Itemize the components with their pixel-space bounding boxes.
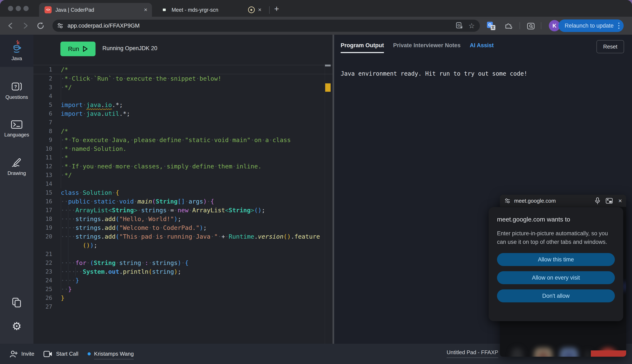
code-line[interactable]: 6import·java.util.*; — [34, 109, 332, 118]
participant[interactable]: Kristamps Wang — [88, 351, 134, 357]
play-icon — [82, 46, 88, 52]
relaunch-to-update-button[interactable]: Relaunch to update — [558, 20, 624, 32]
url-text[interactable]: app.coderpad.io/FFAXP9GM — [68, 22, 140, 29]
tab-recording-icon — [248, 6, 255, 13]
code-text: ·*/ — [61, 171, 332, 180]
allow-this-time-button[interactable]: Allow this time — [497, 253, 615, 266]
code-text: ·*·Click·`Run`·to·execute·the·snippet·be… — [61, 74, 332, 83]
translate-icon[interactable]: G — [456, 22, 463, 29]
svg-text:G: G — [458, 24, 460, 27]
line-number: 8 — [34, 127, 52, 136]
back-icon[interactable] — [6, 22, 15, 30]
dont-allow-button[interactable]: Don't allow — [497, 290, 615, 302]
pip-close-icon[interactable]: × — [618, 197, 622, 204]
code-line[interactable]: ()); — [34, 241, 332, 250]
code-area[interactable]: 1/*2·*·Click·`Run`·to·execute·the·snippe… — [34, 65, 332, 311]
pad-title[interactable]: Untitled Pad - FFAXP — [446, 349, 498, 358]
settings-gear-icon[interactable]: ⚙ — [0, 321, 34, 332]
line-number: 10 — [34, 144, 52, 153]
code-line[interactable]: 1/* — [34, 65, 332, 74]
pane-divider[interactable] — [332, 35, 334, 344]
allow-on-every-visit-button[interactable]: Allow on every visit — [497, 271, 615, 284]
line-number: 24 — [34, 276, 52, 285]
code-line[interactable]: 23······System.out.println(string); — [34, 267, 332, 276]
run-button[interactable]: Run — [60, 42, 96, 56]
code-line[interactable]: 21 — [34, 250, 332, 258]
warning-marker[interactable] — [325, 83, 331, 92]
code-line[interactable]: 12·*·If·you·need·more·classes,·simply·de… — [34, 162, 332, 171]
start-call-button[interactable]: Start Call — [44, 351, 78, 357]
browser-menu-icon[interactable] — [618, 22, 620, 29]
window-minimize-button[interactable] — [16, 6, 21, 11]
code-line[interactable]: 11·* — [34, 153, 332, 162]
tab-close-icon[interactable]: × — [258, 6, 262, 13]
code-line[interactable]: 22····for·(String·string·:·strings)·{ — [34, 258, 332, 267]
code-line[interactable]: 2·*·Click·`Run`·to·execute·the·snippet·b… — [34, 74, 332, 83]
code-text: ·* — [61, 153, 332, 162]
code-line[interactable]: 16··public·static·void·main(String[]·arg… — [34, 197, 332, 206]
tab-separator — [269, 6, 270, 14]
start-call-label: Start Call — [56, 351, 78, 357]
code-line[interactable]: 19····strings.add("Welcome·to·CoderPad."… — [34, 223, 332, 232]
side-panel-search-icon[interactable] — [527, 22, 535, 30]
runtime-status: Running OpenJDK 20 — [102, 45, 157, 52]
code-line[interactable]: 13·*/ — [34, 171, 332, 180]
site-settings-icon[interactable] — [504, 198, 510, 204]
bookmark-star-icon[interactable]: ☆ — [468, 22, 475, 30]
line-number: 20 — [34, 232, 52, 241]
sidebar-item-languages[interactable]: Languages — [0, 113, 34, 144]
line-number: 11 — [34, 153, 52, 162]
code-line[interactable]: 10·*·named·Solution. — [34, 144, 332, 153]
code-text: /* — [61, 65, 332, 74]
code-line[interactable]: 3·*/ — [34, 83, 332, 92]
new-tab-button[interactable]: + — [274, 4, 279, 13]
sidebar-item-drawing[interactable]: Drawing — [0, 151, 34, 183]
indent-guide — [61, 180, 61, 188]
tab-close-icon[interactable]: × — [144, 6, 147, 13]
code-line[interactable]: 27 — [34, 302, 332, 311]
window-close-button[interactable] — [8, 6, 13, 11]
tab-program-output[interactable]: Program Output — [341, 42, 384, 53]
code-line[interactable]: 8/* — [34, 127, 332, 136]
reload-icon[interactable] — [36, 22, 45, 30]
code-line[interactable]: 24····} — [34, 276, 332, 285]
code-line[interactable]: 20····strings.add("This·pad·is·running·J… — [34, 232, 332, 241]
code-text: ·*/ — [61, 83, 332, 92]
code-text: ····} — [61, 276, 332, 285]
code-line[interactable]: 15class·Solution·{ — [34, 188, 332, 197]
reset-button[interactable]: Reset — [596, 40, 624, 53]
invite-button[interactable]: Invite — [10, 350, 34, 358]
code-text: } — [61, 294, 332, 302]
site-settings-icon[interactable] — [57, 22, 63, 29]
code-line[interactable]: 7 — [34, 118, 332, 127]
tab-ai-assist[interactable]: AI Assist — [470, 42, 494, 52]
sidebar-copy-button[interactable] — [0, 297, 34, 309]
code-line[interactable]: 5import·java.io.*; — [34, 100, 332, 109]
address-bar[interactable]: app.coderpad.io/FFAXP9GM G ☆ — [52, 20, 480, 32]
code-line[interactable]: 17····ArrayList<String>·strings·=·new·Ar… — [34, 206, 332, 214]
code-line[interactable]: 26} — [34, 294, 332, 302]
tab-title: Java | CoderPad — [56, 7, 94, 13]
code-line[interactable]: 9·*·To·execute·Java,·please·define·"stat… — [34, 136, 332, 144]
translate-extension-icon[interactable]: G文 — [487, 22, 495, 30]
editor-scrollbar-thumb[interactable] — [325, 64, 331, 66]
code-line[interactable]: 25··} — [34, 285, 332, 294]
code-text: ··public·static·void·main(String[]·args)… — [61, 197, 332, 206]
sidebar-item-questions[interactable]: ? Questions — [0, 75, 34, 106]
tab-meet[interactable]: Meet - mds-yrgr-scn × — [155, 3, 266, 17]
line-number: 16 — [34, 197, 52, 206]
pip-expand-icon[interactable] — [606, 198, 613, 204]
microphone-icon[interactable] — [595, 197, 600, 204]
pip-title-bar[interactable]: meet.google.com × — [500, 195, 626, 207]
extensions-puzzle-icon[interactable] — [504, 22, 512, 30]
window-zoom-button[interactable] — [24, 6, 29, 11]
code-text — [61, 118, 332, 127]
forward-icon[interactable] — [21, 22, 30, 30]
tab-private-interviewer-notes[interactable]: Private Interviewer Notes — [393, 42, 460, 52]
line-number: 23 — [34, 267, 52, 276]
tab-coderpad[interactable]: <> Java | CoderPad × — [39, 3, 152, 17]
code-line[interactable]: 18····strings.add("Hello,·World!"); — [34, 214, 332, 223]
code-line[interactable]: 14 — [34, 180, 332, 188]
sidebar-item-java[interactable]: Java — [0, 35, 34, 67]
code-line[interactable]: 4 — [34, 92, 332, 100]
